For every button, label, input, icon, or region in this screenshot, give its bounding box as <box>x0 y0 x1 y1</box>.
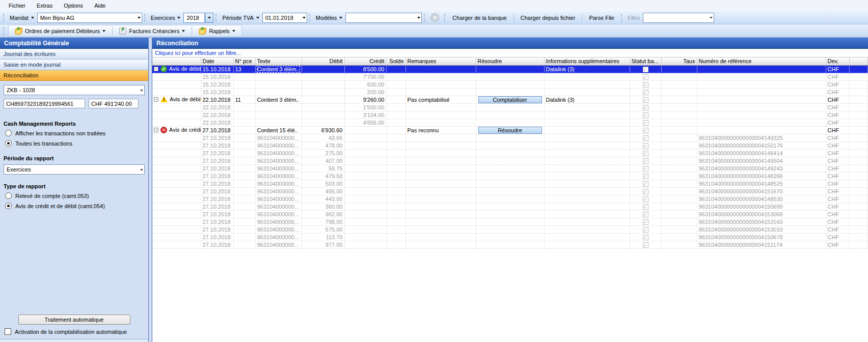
column-header-Texte[interactable]: Texte <box>255 58 302 65</box>
table-row[interactable]: −Avis de débit22.10.201811Contient 3 élé… <box>152 96 868 103</box>
column-header-Solde[interactable]: Solde <box>386 58 405 65</box>
cell-date: 27.10.2018 <box>201 218 233 225</box>
cell-info <box>544 218 630 225</box>
table-row[interactable]: 27.10.2018963104000000...478.00✓96310400… <box>152 141 868 149</box>
periode-tva-dropdown-button[interactable]: Période TVA <box>219 13 262 22</box>
column-header-Date[interactable]: Date <box>201 58 233 65</box>
collapse-icon[interactable]: − <box>154 67 158 71</box>
exercices-combo[interactable]: 2018 <box>183 13 205 23</box>
mandat-dropdown-button[interactable]: Mandat <box>7 13 37 22</box>
menu-item-options[interactable]: Options <box>58 1 89 10</box>
sidebar-item-journal-des-écritures[interactable]: Journal des écritures <box>0 49 148 60</box>
table-row[interactable]: 27.10.2018963104000000...443.00✓96310400… <box>152 195 868 203</box>
table-row[interactable]: 15.10.2018600.00✓CHF <box>152 80 868 88</box>
table-row[interactable]: 27.10.2018963104000000...275.00✓96310400… <box>152 149 868 157</box>
column-header-Remarques[interactable]: Remarques <box>405 58 476 65</box>
résoudre-button[interactable]: Résoudre <box>478 127 542 134</box>
column-header-Taux[interactable]: Taux <box>661 58 697 65</box>
menu-item-fichier[interactable]: Fichier <box>3 1 31 10</box>
sidebar-item-saisie-en-mode-journal[interactable]: Saisie en mode journal <box>0 60 148 70</box>
cell-info: Datalink (3) <box>544 96 630 103</box>
table-row[interactable]: 27.10.2018963104000000...503.00✓96310400… <box>152 180 868 187</box>
balance-field[interactable]: CHF 491'240.00 <box>89 99 139 108</box>
column-header-Statut ba...[interactable]: Statut ba... <box>630 58 661 65</box>
table-row[interactable]: 27.10.2018963104000000...798.00✓96310400… <box>152 218 868 225</box>
collapse-icon[interactable]: − <box>154 97 158 102</box>
toolbar2-button-2[interactable]: Factures Créanciers <box>116 26 188 36</box>
cell-fill <box>849 88 868 96</box>
table-row[interactable]: −Avis de crédit27.10.2018Contient 15 élé… <box>152 126 868 134</box>
column-header-Crédit[interactable]: Crédit <box>344 58 386 65</box>
menu-item-aide[interactable]: Aide <box>89 1 111 10</box>
cash-option-1[interactable]: Afficher les transactions non traitées <box>5 130 145 136</box>
type-option-1[interactable]: Relevé de compte (camt.053) <box>5 192 145 199</box>
column-header-blank[interactable] <box>849 58 868 65</box>
type-option-2[interactable]: Avis de crédit et de débit (camt.054) <box>5 203 145 209</box>
table-row[interactable]: 22.10.20181'500.00✓CHF <box>152 103 868 111</box>
filtre-label: Filtre <box>625 13 643 22</box>
traitement-automatique-button[interactable]: Traitement automatique <box>18 315 130 325</box>
table-row[interactable]: 27.10.2018963104000000...360.00✓96310400… <box>152 203 868 210</box>
column-header-Numéro de référence[interactable]: Numéro de référence <box>697 58 826 65</box>
table-row[interactable]: 15.10.2018200.00✓CHF <box>152 88 868 96</box>
comptabiliser-button[interactable]: Comptabiliser <box>478 96 542 103</box>
table-row[interactable]: 27.10.2018963104000000...113.70✓96310400… <box>152 233 868 241</box>
column-header-Débit[interactable]: Débit <box>302 58 344 65</box>
filter-link[interactable]: Cliquez ici pour effectuer un filtre... <box>152 49 868 58</box>
cell-date: 27.10.2018 <box>201 164 233 172</box>
menu-item-extras[interactable]: Extras <box>31 1 58 10</box>
reconciliation-table-wrap: DateN° pceTexteDébitCréditSoldeRemarques… <box>152 58 868 342</box>
filtre-combo[interactable] <box>643 13 714 23</box>
secondary-toolbar: Ordres de paiement DébiteursFactures Cré… <box>0 24 868 38</box>
mandat-combo[interactable]: Mon Bijou AG <box>37 13 142 23</box>
radio-unselected-icon[interactable] <box>5 192 12 199</box>
toolbar2-button-3[interactable]: Rappels <box>195 26 238 36</box>
table-row[interactable]: 22.10.20183'104.00✓CHF <box>152 111 868 119</box>
chevron-down-icon <box>182 30 185 34</box>
table-row[interactable]: 27.10.2018963104000000...977.00✓96310400… <box>152 241 868 248</box>
radio-unselected-icon[interactable] <box>5 130 12 136</box>
cell-reference: 963104000000000000004151670 <box>697 187 826 195</box>
column-header-Résoudre[interactable]: Résoudre <box>476 58 544 65</box>
table-row[interactable]: 27.10.2018963104000000...575.00✓96310400… <box>152 225 868 233</box>
modeles-combo[interactable] <box>345 13 422 23</box>
chevron-down-icon <box>138 17 141 20</box>
parse-file-button[interactable]: Parse File <box>584 13 619 23</box>
charger-banque-button[interactable]: Charger de la banque <box>448 13 511 23</box>
column-header-Dev.[interactable]: Dev. <box>826 58 849 65</box>
collapse-icon[interactable]: − <box>154 128 158 132</box>
table-row[interactable]: 27.10.2018963104000000...43.65✓963104000… <box>152 134 868 141</box>
column-header-N° pce[interactable]: N° pce <box>233 58 255 65</box>
table-row[interactable]: −Avis de débit15.10.201813Contient 3 élé… <box>152 65 868 73</box>
table-row[interactable]: 27.10.2018963104000000...59.75✓963104000… <box>152 164 868 172</box>
toolbar2-button-1[interactable]: Ordres de paiement Débiteurs <box>11 26 109 36</box>
column-header-blank[interactable] <box>152 58 201 65</box>
cell-fill <box>849 149 868 157</box>
table-row[interactable]: 27.10.2018963104000000...407.00✓96310400… <box>152 157 868 164</box>
exercices-combo-arrow-button[interactable] <box>205 13 213 23</box>
cell-solde <box>386 180 405 187</box>
column-header-Informations supplémentaires[interactable]: Informations supplémentaires <box>544 58 630 65</box>
radio-selected-icon[interactable] <box>5 140 12 147</box>
table-row[interactable]: 22.10.20184'656.00✓CHF <box>152 119 868 126</box>
sidebar-item-réconciliation[interactable]: Réconciliation <box>0 70 148 81</box>
cell-debit: 443.00 <box>302 195 344 203</box>
account-select[interactable]: ZKB - 1028 <box>4 85 145 95</box>
periode-tva-combo[interactable]: 01.01.2018 <box>262 13 307 23</box>
panel-splitter[interactable] <box>149 38 152 342</box>
charger-fichier-button[interactable]: Charger depuis fichier <box>516 13 580 23</box>
periode-select[interactable]: Exercices <box>4 164 145 175</box>
table-row[interactable]: 27.10.2018963104000000...962.00✓96310400… <box>152 210 868 218</box>
auto-comptabilisation-checkbox[interactable] <box>5 328 11 335</box>
radio-selected-icon[interactable] <box>5 203 12 209</box>
modeles-dropdown-button[interactable]: Modèles <box>313 13 346 22</box>
cell-texte: 963104000000... <box>255 180 302 187</box>
table-row[interactable]: 27.10.2018963104000000...456.00✓96310400… <box>152 187 868 195</box>
exercices-dropdown-button[interactable]: Exercices <box>148 13 184 22</box>
cash-option-2[interactable]: Toutes les transactions <box>5 140 145 147</box>
clear-button[interactable]: ✕ <box>430 13 439 22</box>
iban-field[interactable]: CH8597323189219994561 <box>4 99 85 108</box>
table-row[interactable]: 27.10.2018963104000000...479.50✓96310400… <box>152 172 868 180</box>
table-row[interactable]: 15.10.20187'700.00✓CHF <box>152 73 868 80</box>
cell-taux <box>661 134 697 141</box>
